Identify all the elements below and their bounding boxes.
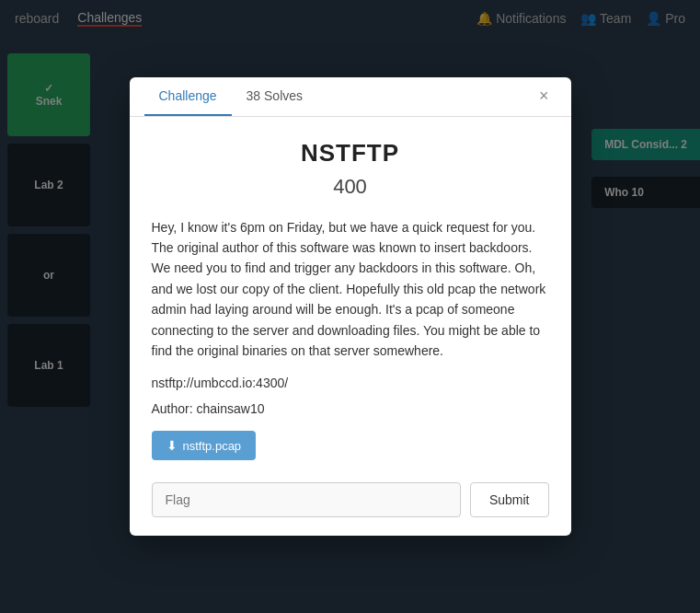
tab-solves[interactable]: 38 Solves xyxy=(232,77,317,116)
submit-button[interactable]: Submit xyxy=(470,482,549,517)
challenge-points: 400 xyxy=(152,175,549,199)
author-label: Author: xyxy=(152,401,193,416)
flag-row: Submit xyxy=(152,482,549,517)
download-button[interactable]: ⬇ nstftp.pcap xyxy=(152,431,257,460)
modal-body: NSTFTP 400 Hey, I know it's 6pm on Frida… xyxy=(130,117,571,537)
flag-input[interactable] xyxy=(152,482,461,517)
modal: Challenge 38 Solves × NSTFTP 400 Hey, I … xyxy=(130,77,571,537)
challenge-title: NSTFTP xyxy=(152,139,549,168)
author-name: chainsaw10 xyxy=(197,401,265,416)
challenge-author: Author: chainsaw10 xyxy=(152,401,549,416)
close-button[interactable]: × xyxy=(532,79,557,113)
tab-challenge[interactable]: Challenge xyxy=(144,77,232,116)
download-label: nstftp.pcap xyxy=(183,439,242,453)
download-icon: ⬇ xyxy=(166,438,178,453)
challenge-description: Hey, I know it's 6pm on Friday, but we h… xyxy=(152,217,549,362)
modal-header: Challenge 38 Solves × xyxy=(130,77,571,117)
challenge-link[interactable]: nstftp://umbccd.io:4300/ xyxy=(152,376,549,390)
modal-overlay: Challenge 38 Solves × NSTFTP 400 Hey, I … xyxy=(0,0,700,613)
